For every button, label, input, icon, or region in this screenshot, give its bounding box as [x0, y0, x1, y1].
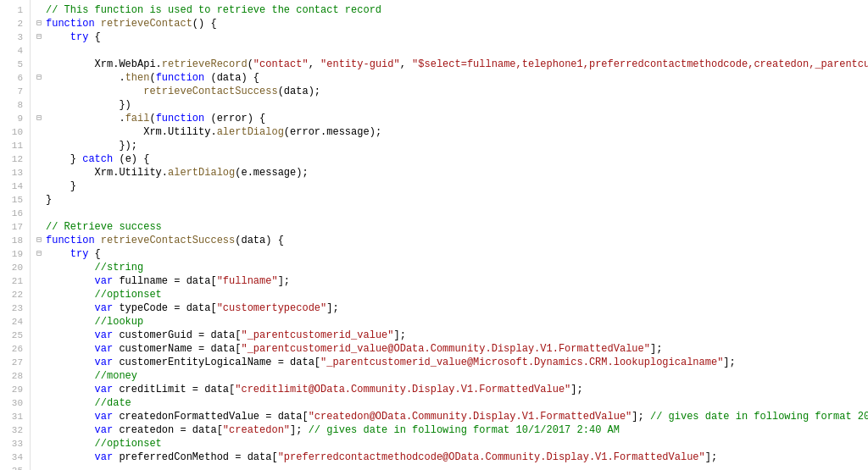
- fold-indicator[interactable]: [34, 195, 44, 205]
- code-content[interactable]: // This function is used to retrieve the…: [31, 0, 868, 470]
- code-line: [31, 44, 868, 58]
- line-number: 35: [3, 464, 23, 470]
- code-line: Xrm.WebApi.retrieveRecord("contact", "en…: [31, 58, 868, 71]
- line-number: 27: [3, 356, 23, 369]
- line-numbers: 1234567891011121314151617181920212223242…: [0, 0, 31, 470]
- fold-indicator[interactable]: ⊟: [34, 73, 44, 83]
- token-plain: [95, 234, 101, 247]
- fold-indicator[interactable]: [34, 466, 44, 470]
- fold-indicator[interactable]: [34, 371, 44, 381]
- fold-indicator[interactable]: [34, 317, 44, 327]
- fold-indicator[interactable]: [34, 154, 44, 164]
- token-plain: {: [88, 30, 100, 44]
- token-plain: (data) {: [235, 234, 284, 247]
- line-number: 13: [3, 166, 23, 180]
- token-plain: [46, 301, 95, 315]
- fold-indicator[interactable]: [34, 222, 44, 232]
- line-number: 1: [3, 3, 23, 17]
- code-line: //string: [31, 261, 868, 274]
- token-keyword: var: [95, 423, 114, 437]
- token-string: "fullname": [217, 274, 278, 288]
- fold-indicator[interactable]: ⊟: [34, 19, 44, 29]
- token-string: "createdon": [223, 423, 290, 437]
- token-plain: ];: [393, 329, 405, 342]
- token-comment: // gives date in following format 2017-0…: [650, 410, 868, 423]
- code-line: var fullname = data["fullname"];: [31, 274, 868, 288]
- token-keyword: try: [46, 30, 88, 44]
- fold-indicator[interactable]: [34, 263, 44, 273]
- fold-indicator[interactable]: [34, 330, 44, 340]
- line-number: 33: [3, 437, 23, 451]
- token-keyword: var: [95, 342, 114, 356]
- token-keyword: var: [95, 356, 114, 369]
- fold-indicator[interactable]: ⊟: [34, 249, 44, 259]
- fold-indicator[interactable]: [34, 276, 44, 286]
- token-plain: (e.message);: [235, 166, 308, 180]
- line-number: 14: [3, 180, 23, 193]
- fold-indicator[interactable]: [34, 344, 44, 354]
- line-number: 7: [3, 85, 23, 98]
- fold-indicator[interactable]: [34, 303, 44, 313]
- fold-indicator[interactable]: [34, 59, 44, 69]
- fold-indicator[interactable]: [34, 168, 44, 178]
- code-line: });: [31, 139, 868, 152]
- token-plain: }): [46, 98, 131, 112]
- token-comment: //optionset: [46, 437, 162, 451]
- fold-indicator[interactable]: [34, 5, 44, 15]
- token-keyword: function: [46, 234, 95, 247]
- code-line: //date: [31, 396, 868, 410]
- token-plain: ];: [723, 356, 735, 369]
- token-plain: (: [248, 58, 253, 71]
- token-string: "entity-guid": [320, 58, 400, 71]
- fold-indicator[interactable]: ⊟: [34, 32, 44, 42]
- token-plain: [46, 356, 95, 369]
- code-line: var customerEntityLogicalName = data["_p…: [31, 356, 868, 369]
- token-plain: fullname = data[: [113, 274, 216, 288]
- token-method: fail: [125, 112, 150, 125]
- line-number: 3: [3, 30, 23, 44]
- fold-indicator[interactable]: [34, 425, 44, 435]
- token-plain: createdon = data[: [113, 423, 223, 437]
- fold-indicator[interactable]: [34, 181, 44, 191]
- fold-indicator[interactable]: [34, 208, 44, 218]
- token-plain: .: [46, 71, 125, 85]
- fold-indicator[interactable]: [34, 141, 44, 151]
- code-line: var customerName = data["_parentcustomer…: [31, 342, 868, 356]
- line-number: 34: [3, 451, 23, 464]
- line-number: 19: [3, 247, 23, 261]
- code-line: }): [31, 98, 868, 112]
- fold-indicator[interactable]: [34, 452, 44, 462]
- token-method: retrieveContactSuccess: [143, 85, 277, 98]
- fold-indicator[interactable]: [34, 384, 44, 395]
- token-plain: ];: [650, 342, 662, 356]
- token-plain: Xrm.Utility.: [46, 125, 217, 139]
- line-number: 17: [3, 220, 23, 234]
- token-function: retrieveContact: [101, 17, 192, 30]
- fold-indicator[interactable]: ⊟: [34, 113, 44, 124]
- fold-indicator[interactable]: [34, 290, 44, 300]
- fold-indicator[interactable]: ⊟: [34, 235, 44, 246]
- token-plain: [46, 383, 95, 396]
- fold-indicator[interactable]: [34, 357, 44, 368]
- fold-indicator[interactable]: [34, 439, 44, 449]
- token-comment: // gives date in following format 10/1/2…: [309, 423, 620, 437]
- line-number: 24: [3, 315, 23, 329]
- fold-indicator[interactable]: [34, 398, 44, 408]
- token-keyword: var: [95, 274, 114, 288]
- fold-indicator[interactable]: [34, 100, 44, 110]
- fold-indicator[interactable]: [34, 46, 44, 56]
- code-line: [31, 464, 868, 470]
- line-number: 4: [3, 44, 23, 58]
- token-keyword: catch: [82, 152, 113, 166]
- fold-indicator[interactable]: [34, 127, 44, 137]
- token-plain: [95, 17, 101, 30]
- token-plain: [46, 85, 143, 98]
- code-line: var typeCode = data["customertypecode"];: [31, 301, 868, 315]
- token-plain: (error) {: [204, 112, 265, 125]
- fold-indicator[interactable]: [34, 86, 44, 97]
- code-line: var customerGuid = data["_parentcustomer…: [31, 329, 868, 342]
- token-comment: //money: [46, 369, 137, 383]
- fold-indicator[interactable]: [34, 412, 44, 422]
- token-string: "preferredcontactmethodcode@OData.Commun…: [278, 451, 705, 464]
- token-plain: customerName = data[: [113, 342, 241, 356]
